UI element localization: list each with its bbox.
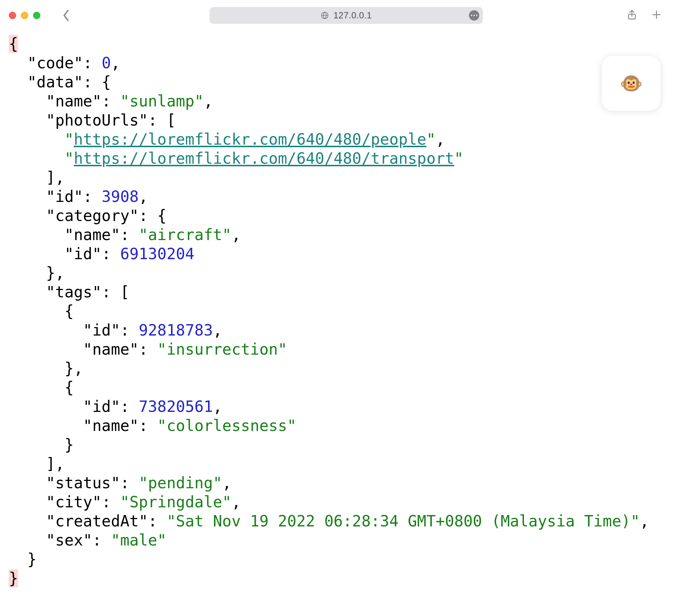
json-string: "pending" xyxy=(139,474,222,492)
plus-icon xyxy=(651,9,662,20)
page-settings-button[interactable] xyxy=(469,10,479,21)
json-string: "Sat Nov 19 2022 06:28:34 GMT+0800 (Mala… xyxy=(167,512,640,530)
monkey-icon: 🐵 xyxy=(620,73,643,94)
json-brace-close: } xyxy=(9,569,18,587)
json-url-link[interactable]: https://loremflickr.com/640/480/transpor… xyxy=(74,149,454,167)
toolbar-right xyxy=(626,9,662,22)
json-string: "aircraft" xyxy=(139,226,232,244)
json-key: "id" xyxy=(83,398,120,416)
json-key: "status" xyxy=(46,474,120,492)
json-body: { "code": 0, "data": { "name": "sunlamp"… xyxy=(0,31,673,616)
json-string: "insurrection" xyxy=(157,340,287,358)
window-minimize-button[interactable] xyxy=(21,12,28,19)
json-string: "colorlessness" xyxy=(157,417,297,435)
json-key: "sex" xyxy=(46,531,92,549)
globe-icon xyxy=(320,11,329,20)
json-number: 0 xyxy=(102,54,111,72)
extension-widget[interactable]: 🐵 xyxy=(602,56,661,111)
back-button[interactable] xyxy=(59,8,73,23)
json-string: "sunlamp" xyxy=(120,92,204,110)
json-brace-open: { xyxy=(9,35,18,53)
browser-toolbar: 127.0.0.1 xyxy=(0,0,673,31)
json-url-link[interactable]: https://loremflickr.com/640/480/people xyxy=(74,130,426,148)
json-key: "name" xyxy=(65,226,120,244)
json-string: "male" xyxy=(111,531,167,549)
json-key: "photoUrls" xyxy=(46,111,148,129)
json-key: "code" xyxy=(28,54,83,72)
json-key: "name" xyxy=(83,417,139,435)
json-key: "city" xyxy=(46,493,102,511)
json-key: "id" xyxy=(65,245,102,263)
json-key: "id" xyxy=(46,188,83,206)
json-key: "name" xyxy=(83,340,139,358)
address-bar[interactable]: 127.0.0.1 xyxy=(210,7,483,24)
share-icon xyxy=(626,9,638,21)
address-bar-wrap: 127.0.0.1 xyxy=(79,7,613,24)
json-key: "createdAt" xyxy=(46,512,148,530)
json-number: 3908 xyxy=(102,188,139,206)
new-tab-button[interactable] xyxy=(651,9,662,22)
json-key: "tags" xyxy=(46,283,102,301)
window-zoom-button[interactable] xyxy=(33,12,40,19)
chevron-left-icon xyxy=(62,9,70,22)
share-button[interactable] xyxy=(626,9,638,22)
json-key: "category" xyxy=(46,207,139,225)
json-string: "Springdale" xyxy=(120,493,231,511)
json-key: "name" xyxy=(46,92,102,110)
window-close-button[interactable] xyxy=(9,12,16,19)
json-number: 69130204 xyxy=(120,245,194,263)
json-key: "data" xyxy=(28,73,83,91)
address-host: 127.0.0.1 xyxy=(334,10,372,21)
json-number: 92818783 xyxy=(139,321,213,339)
json-number: 73820561 xyxy=(139,398,213,416)
json-key: "id" xyxy=(83,321,120,339)
window-controls xyxy=(9,12,40,19)
